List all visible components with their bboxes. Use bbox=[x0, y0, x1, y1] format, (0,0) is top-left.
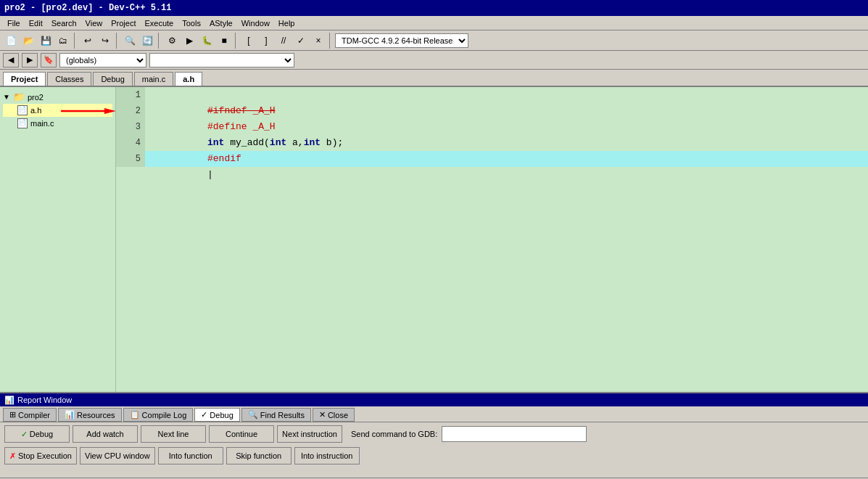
tab-mainc[interactable]: main.c bbox=[134, 72, 173, 86]
bookmark-btn[interactable]: 🔖 bbox=[41, 53, 57, 67]
comment-btn[interactable]: // bbox=[276, 33, 292, 49]
line-num-2: 2 bbox=[116, 103, 141, 119]
next-instruction-label: Next instruction bbox=[282, 430, 337, 438]
undo-btn[interactable]: ↩ bbox=[80, 33, 96, 49]
indent-btn[interactable]: [ bbox=[241, 33, 257, 49]
menu-tools[interactable]: Tools bbox=[178, 17, 205, 29]
report-tab-debug[interactable]: ✓ Debug bbox=[194, 408, 239, 422]
report-title-bar: 📊 Report Window bbox=[0, 393, 868, 406]
add-watch-label: Add watch bbox=[86, 430, 123, 438]
compilelog-label: Compile Log bbox=[142, 411, 187, 419]
find-btn[interactable]: 🔍 bbox=[122, 33, 138, 49]
report-title-icon: 📊 bbox=[4, 396, 15, 405]
menu-window[interactable]: Window bbox=[237, 17, 274, 29]
resources-icon: 📊 bbox=[65, 410, 75, 419]
stop-btn[interactable]: ■ bbox=[216, 33, 232, 49]
open-btn[interactable]: 📂 bbox=[20, 33, 36, 49]
next-line-btn[interactable]: Next line bbox=[141, 425, 206, 443]
globals-dropdown[interactable]: (globals) bbox=[59, 53, 146, 67]
tree-root-pro2[interactable]: ▼ 📁 pro2 bbox=[3, 90, 112, 104]
report-tab-compilelog[interactable]: 📋 Compile Log bbox=[123, 408, 194, 422]
stop-execution-label: Stop Execution bbox=[18, 451, 72, 460]
report-window: 📊 Report Window ⊞ Compiler 📊 Resources 📋… bbox=[0, 392, 868, 478]
bookmarks-btn[interactable]: × bbox=[310, 33, 326, 49]
line-num-4: 4 bbox=[116, 135, 141, 151]
send-gdb-area: Send command to GDB: bbox=[351, 426, 587, 442]
report-tab-compiler[interactable]: ⊞ Compiler bbox=[3, 408, 57, 422]
sep5 bbox=[329, 33, 332, 49]
sep1 bbox=[74, 33, 77, 49]
tab-classes[interactable]: Classes bbox=[47, 72, 91, 86]
file-icon-ah: 📄 bbox=[17, 105, 28, 115]
stop-icon: ✗ bbox=[9, 451, 16, 461]
debug-buttons-row2: ✗ Stop Execution View CPU window Into fu… bbox=[0, 446, 868, 467]
continue-label: Continue bbox=[226, 430, 257, 438]
tree-item-mainc[interactable]: 📄 main.c bbox=[3, 117, 112, 130]
menu-search[interactable]: Search bbox=[47, 17, 81, 29]
skip-function-label: Skip function bbox=[236, 451, 281, 460]
back-btn[interactable]: ◀ bbox=[3, 53, 19, 67]
compile-btn[interactable]: ⚙ bbox=[164, 33, 180, 49]
compiler-dropdown[interactable]: TDM-GCC 4.9.2 64-bit Release bbox=[335, 33, 468, 48]
send-gdb-input[interactable] bbox=[442, 426, 587, 442]
menu-help[interactable]: Help bbox=[274, 17, 299, 29]
new-btn[interactable]: 📄 bbox=[3, 33, 19, 49]
menu-file[interactable]: File bbox=[3, 17, 25, 29]
report-tab-resources[interactable]: 📊 Resources bbox=[58, 408, 122, 422]
report-tab-findresults[interactable]: 🔍 Find Results bbox=[241, 408, 311, 422]
into-instruction-label: Into instruction bbox=[301, 451, 353, 460]
into-function-btn[interactable]: Into function bbox=[158, 447, 223, 464]
line5-text: | bbox=[207, 169, 213, 180]
code-line-1[interactable]: #ifndef _A_H bbox=[145, 87, 868, 103]
menu-project[interactable]: Project bbox=[107, 17, 140, 29]
continue-btn[interactable]: Continue bbox=[209, 425, 274, 443]
send-gdb-label: Send command to GDB: bbox=[351, 430, 437, 438]
func-dropdown[interactable] bbox=[149, 53, 294, 67]
close-icon: ✕ bbox=[319, 410, 326, 419]
report-tab-close[interactable]: ✕ Close bbox=[313, 408, 355, 422]
tree-item-ah[interactable]: 📄 a.h bbox=[3, 104, 112, 117]
project-name: pro2 bbox=[28, 93, 44, 102]
line4-text: #endif bbox=[207, 153, 241, 164]
close-label: Close bbox=[328, 411, 348, 419]
sep2 bbox=[116, 33, 119, 49]
run-btn[interactable]: ▶ bbox=[181, 33, 197, 49]
unindent-btn[interactable]: ] bbox=[258, 33, 274, 49]
view-cpu-btn[interactable]: View CPU window bbox=[80, 447, 155, 464]
replace-btn[interactable]: 🔄 bbox=[139, 33, 155, 49]
code-editor[interactable]: 1 2 3 4 5 #ifndef _A_H #define _A_H int … bbox=[116, 87, 868, 392]
menu-view[interactable]: View bbox=[81, 17, 107, 29]
debug-btn[interactable]: ✓ Debug bbox=[4, 425, 70, 443]
code-content[interactable]: #ifndef _A_H #define _A_H int my_add(int… bbox=[145, 87, 868, 392]
into-function-label: Into function bbox=[169, 451, 212, 460]
compiler-icon: ⊞ bbox=[9, 410, 16, 419]
redo-btn[interactable]: ↪ bbox=[97, 33, 113, 49]
into-instruction-btn[interactable]: Into instruction bbox=[294, 447, 360, 464]
tab-ah[interactable]: a.h bbox=[175, 72, 202, 86]
file-icon-mainc: 📄 bbox=[17, 118, 28, 128]
sep3 bbox=[158, 33, 161, 49]
debug-run-btn[interactable]: 🐛 bbox=[199, 33, 215, 49]
menu-edit[interactable]: Edit bbox=[25, 17, 47, 29]
save-btn[interactable]: 💾 bbox=[38, 33, 54, 49]
tab-debug[interactable]: Debug bbox=[93, 72, 132, 86]
menu-astyle[interactable]: AStyle bbox=[205, 17, 237, 29]
add-watch-btn[interactable]: Add watch bbox=[73, 425, 138, 443]
triangle-icon: ▼ bbox=[3, 93, 10, 101]
fwd-btn[interactable]: ▶ bbox=[22, 53, 38, 67]
save-all-btn[interactable]: 🗂 bbox=[55, 33, 71, 49]
menu-bar: File Edit Search View Project Execute To… bbox=[0, 16, 868, 30]
menu-execute[interactable]: Execute bbox=[140, 17, 178, 29]
line-numbers: 1 2 3 4 5 bbox=[116, 87, 145, 167]
code-line-5[interactable]: | bbox=[145, 151, 868, 167]
next-instruction-btn[interactable]: Next instruction bbox=[277, 425, 342, 443]
skip-function-btn[interactable]: Skip function bbox=[226, 447, 292, 464]
uncomment-btn[interactable]: ✓ bbox=[293, 33, 309, 49]
tab-project[interactable]: Project bbox=[3, 72, 46, 86]
title-text: pro2 - [pro2.dev] - Dev-C++ 5.11 bbox=[4, 3, 171, 13]
line-num-5: 5 bbox=[116, 151, 141, 167]
debug-icon: ✓ bbox=[201, 410, 207, 419]
stop-execution-btn[interactable]: ✗ Stop Execution bbox=[4, 447, 77, 464]
findresults-label: Find Results bbox=[260, 411, 305, 419]
red-arrow-svg bbox=[61, 105, 116, 117]
